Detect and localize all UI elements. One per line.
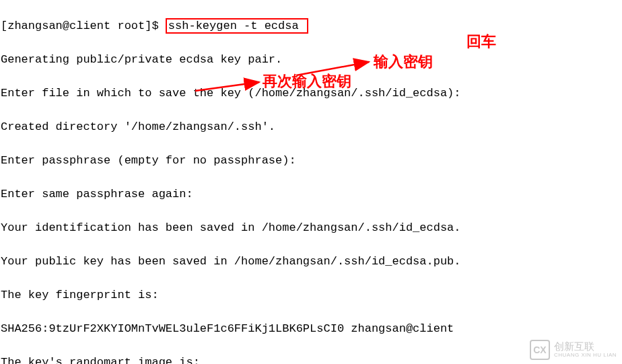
line-4: Created directory '/home/zhangsan/.ssh'. bbox=[1, 118, 621, 135]
line-11: The key's randomart image is: bbox=[1, 354, 621, 364]
line-9: The key fingerprint is: bbox=[1, 287, 621, 303]
line-10: SHA256:9tzUrF2XKYIOMnTvWEL3uleF1c6FFiKj1… bbox=[1, 320, 621, 337]
line-5: Enter passphrase (empty for no passphras… bbox=[1, 152, 621, 169]
command-highlight: ssh-keygen -t ecdsa bbox=[166, 18, 308, 34]
line-6: Enter same passphrase again: bbox=[1, 186, 621, 203]
watermark-pinyin: CHUANG XIN HU LIAN bbox=[554, 353, 617, 359]
watermark-brand: 创新互联 bbox=[554, 341, 617, 353]
watermark: CX 创新互联 CHUANG XIN HU LIAN bbox=[530, 340, 617, 360]
line-2: Generating public/private ecdsa key pair… bbox=[1, 51, 621, 68]
line-3: Enter file in which to save the key (/ho… bbox=[1, 85, 621, 102]
line-8: Your public key has been saved in /home/… bbox=[1, 253, 621, 270]
watermark-logo: CX bbox=[530, 340, 550, 360]
terminal-output[interactable]: [zhangsan@client root]$ ssh-keygen -t ec… bbox=[0, 0, 622, 364]
prompt: [zhangsan@client root]$ bbox=[1, 20, 166, 32]
line-1: [zhangsan@client root]$ ssh-keygen -t ec… bbox=[1, 17, 621, 34]
line-7: Your identification has been saved in /h… bbox=[1, 219, 621, 236]
